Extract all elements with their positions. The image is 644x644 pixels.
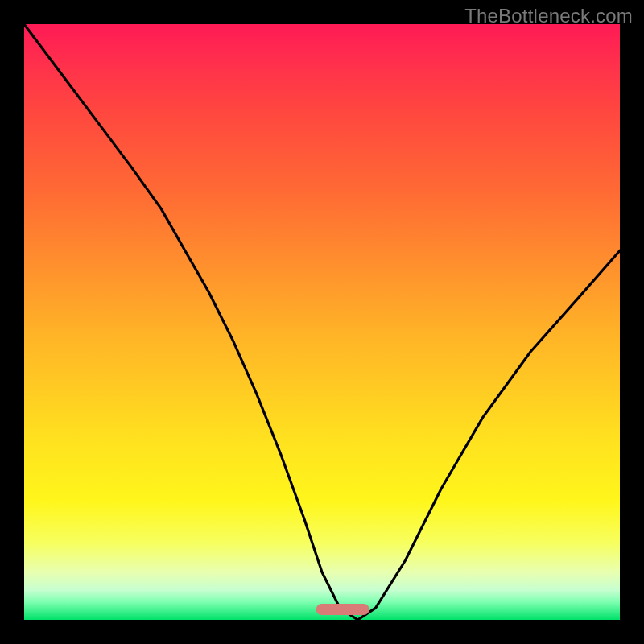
- optimal-marker: [316, 604, 370, 615]
- frame: TheBottleneck.com: [0, 0, 644, 644]
- plot-area: [24, 24, 620, 620]
- curve-path: [24, 24, 620, 620]
- watermark-text: TheBottleneck.com: [464, 5, 633, 27]
- bottleneck-curve: [24, 24, 620, 620]
